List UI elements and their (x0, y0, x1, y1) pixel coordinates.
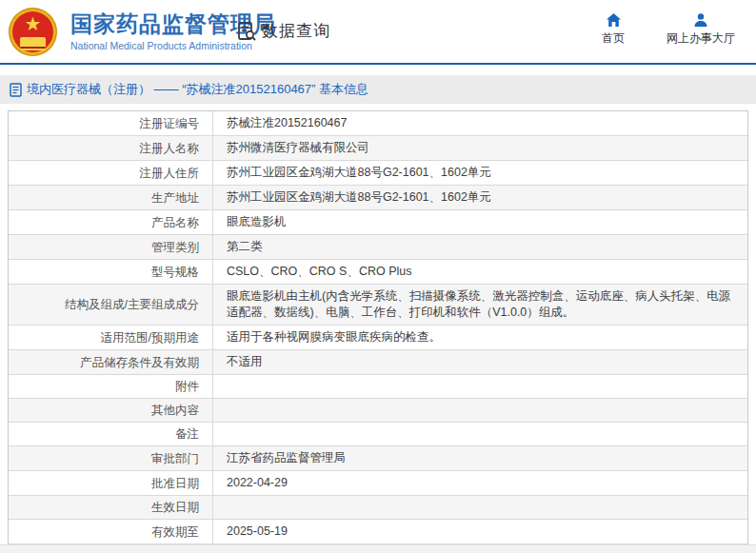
table-row: 审批部门 江苏省药品监督管理局 (9, 446, 747, 471)
row-label-text: 注册人住所 (140, 166, 200, 181)
row-label-text: 其他内容 (151, 403, 199, 418)
user-icon (693, 12, 708, 28)
row-value-text: 眼底造影机 (227, 214, 287, 230)
nav-home[interactable]: 首页 (602, 12, 625, 47)
home-icon (606, 12, 622, 28)
nav-home-label: 首页 (602, 30, 625, 47)
row-value: 苏州工业园区金鸡湖大道88号G2-1601、1602单元 (212, 161, 747, 185)
row-label: 注册证编号 (9, 111, 212, 135)
row-label-text: 产品名称 (151, 215, 199, 230)
table-row: 生产地址 苏州工业园区金鸡湖大道88号G2-1601、1602单元 (9, 186, 747, 210)
row-label-text: 生效日期 (151, 500, 199, 515)
emblem-star-icon: ★ (10, 12, 56, 35)
row-label-text: 结构及组成/主要组成成分 (65, 297, 199, 312)
row-label: 生效日期 (9, 496, 212, 519)
row-label: 审批部门 (9, 446, 212, 470)
row-value: 苏州工业园区金鸡湖大道88号G2-1601、1602单元 (212, 186, 747, 209)
table-row: 结构及组成/主要组成成分 眼底造影机由主机(内含光学系统、扫描摄像系统、激光器控… (9, 285, 747, 326)
emblem-gate-icon (20, 37, 46, 47)
data-query-entry[interactable]: 数据查询 (236, 20, 330, 42)
table-row: 批准日期 2022-04-29 (9, 471, 747, 496)
row-value-text: 2025-05-19 (227, 523, 288, 540)
row-label-text: 管理类别 (151, 240, 199, 255)
row-label: 有效期至 (9, 520, 212, 543)
row-label-text: 有效期至 (151, 524, 199, 540)
row-label-text: 批准日期 (151, 476, 199, 491)
row-label-text: 适用范围/预期用途 (101, 330, 199, 346)
row-value (212, 496, 747, 519)
row-value: 适用于各种视网膜病变眼底疾病的检查。 (212, 326, 747, 349)
top-nav: 首页 网上办事大厅 (602, 12, 735, 47)
table-row: 注册人住所 苏州工业园区金鸡湖大道88号G2-1601、1602单元 (9, 161, 747, 186)
row-value (212, 399, 747, 422)
row-label-text: 附件 (175, 379, 199, 394)
row-value: 眼底造影机由主机(内含光学系统、扫描摄像系统、激光器控制盒、运动底座、病人头托架… (212, 285, 747, 325)
row-label-text: 审批部门 (151, 451, 199, 466)
row-label: 型号规格 (9, 260, 212, 284)
row-label: 产品储存条件及有效期 (9, 350, 212, 374)
table-row: 附件 (9, 375, 747, 399)
row-value-text: 第二类 (227, 239, 263, 255)
national-emblem-logo: ★ (10, 9, 56, 55)
table-row: 适用范围/预期用途 适用于各种视网膜病变眼底疾病的检查。 (9, 326, 747, 350)
row-value: 2022-04-29 (212, 471, 747, 495)
row-value-text: 苏州工业园区金鸡湖大道88号G2-1601、1602单元 (227, 189, 491, 206)
row-label-text: 注册证编号 (140, 116, 200, 131)
row-label: 批准日期 (9, 471, 212, 495)
breadcrumb-bar: 境内医疗器械（注册） —— “苏械注准20152160467” 基本信息 (0, 75, 756, 104)
row-value-text: 2022-04-29 (227, 475, 288, 491)
footer-band (0, 544, 756, 553)
row-value (212, 375, 747, 398)
table-row: 生效日期 (9, 496, 747, 520)
row-value-text: 不适用 (227, 354, 263, 370)
row-label-text: 型号规格 (151, 265, 199, 280)
row-value: 眼底造影机 (212, 210, 747, 234)
table-row: 注册证编号 苏械注准20152160467 (9, 111, 747, 136)
row-value: CSLO、CRO、CRO S、CRO Plus (212, 260, 747, 284)
row-value: 江苏省药品监督管理局 (212, 446, 747, 470)
row-label: 管理类别 (9, 235, 212, 259)
table-row: 有效期至 2025-05-19 (9, 520, 747, 544)
row-value-text: 适用于各种视网膜病变眼底疾病的检查。 (227, 329, 441, 346)
table-row: 管理类别 第二类 (9, 235, 747, 260)
row-label: 产品名称 (9, 210, 212, 234)
row-value (212, 423, 747, 445)
row-label-text: 生产地址 (151, 190, 199, 206)
registration-info-table: 注册证编号 苏械注准20152160467 注册人名称 苏州微清医疗器械有限公司 (8, 110, 748, 553)
row-label-text: 注册人名称 (140, 141, 200, 156)
document-icon (10, 83, 22, 97)
row-value: 苏州微清医疗器械有限公司 (212, 136, 747, 160)
table-row: 产品名称 眼底造影机 (9, 210, 747, 235)
table-row: 产品储存条件及有效期 不适用 (9, 350, 747, 375)
table-row: 注册人名称 苏州微清医疗器械有限公司 (9, 136, 747, 161)
table-row: 型号规格 CSLO、CRO、CRO S、CRO Plus (9, 260, 747, 285)
row-label: 注册人名称 (9, 136, 212, 160)
nav-online-hall[interactable]: 网上办事大厅 (666, 12, 735, 47)
table-row: 其他内容 (9, 399, 747, 423)
row-label: 结构及组成/主要组成成分 (9, 285, 212, 325)
table-row: 备注 (9, 423, 747, 446)
row-value-text: 眼底造影机由主机(内含光学系统、扫描摄像系统、激光器控制盒、运动底座、病人头托架… (227, 288, 738, 321)
row-value-text: 苏州工业园区金鸡湖大道88号G2-1601、1602单元 (227, 165, 491, 181)
row-label-text: 备注 (175, 426, 199, 442)
row-label: 生产地址 (9, 186, 212, 209)
row-label: 适用范围/预期用途 (9, 326, 212, 349)
row-value: 苏械注准20152160467 (212, 111, 747, 135)
row-label: 备注 (9, 423, 212, 445)
row-value: 2025-05-19 (212, 520, 747, 543)
breadcrumb: 境内医疗器械（注册） —— “苏械注准20152160467” 基本信息 (27, 81, 368, 98)
nav-online-hall-label: 网上办事大厅 (666, 30, 735, 47)
site-header: ★ 国家药品监督管理局 National Medical Products Ad… (0, 0, 756, 65)
data-query-label: 数据查询 (262, 20, 330, 42)
row-value-text: 苏械注准20152160467 (227, 115, 347, 131)
row-value: 不适用 (212, 350, 747, 374)
doc-search-icon (236, 21, 257, 42)
row-value-text: CSLO、CRO、CRO S、CRO Plus (227, 264, 411, 280)
row-label: 其他内容 (9, 399, 212, 422)
row-value: 第二类 (212, 235, 747, 259)
row-value-text: 苏州微清医疗器械有限公司 (227, 140, 369, 156)
row-label: 附件 (9, 375, 212, 398)
row-value-text: 江苏省药品监督管理局 (227, 450, 346, 466)
row-label-text: 产品储存条件及有效期 (80, 355, 199, 370)
row-label: 注册人住所 (9, 161, 212, 185)
